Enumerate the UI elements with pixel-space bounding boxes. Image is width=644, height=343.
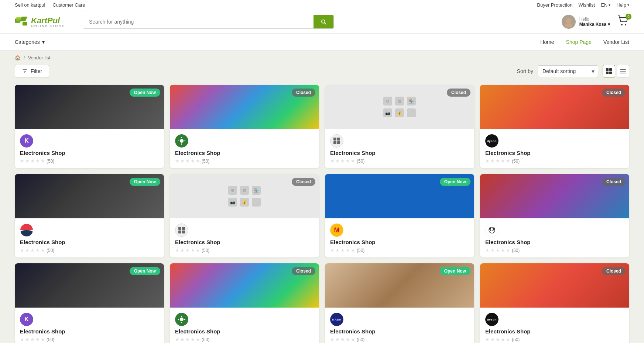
card-body: dyson Electronics Shop ★★★★★ (50): [480, 129, 629, 168]
svg-rect-26: [337, 141, 340, 144]
categories-dropdown[interactable]: Categories ▾: [15, 39, 45, 45]
list-view-button[interactable]: [617, 65, 629, 77]
svg-rect-25: [333, 141, 336, 144]
vendor-card[interactable]: Closed dyson Electronics Shop ★★★★★ (50): [480, 263, 629, 343]
card-image: Open Now: [15, 174, 164, 218]
star-icon: ★: [41, 337, 45, 342]
svg-rect-27: [178, 227, 181, 230]
vendor-card[interactable]: Closed Electronics Shop ★★★★★ (50): [170, 85, 319, 168]
vendor-card[interactable]: Open Now K Electronics Shop ★★★★★ (50): [15, 263, 164, 343]
star-rating: ★★★★★: [20, 158, 45, 164]
search-button[interactable]: [314, 15, 333, 28]
card-image: Closed: [170, 85, 319, 129]
star-icon: ★: [335, 337, 340, 342]
breadcrumb-home-icon[interactable]: 🏠: [15, 55, 21, 60]
lang-dropdown[interactable]: EN ▾: [601, 2, 610, 8]
card-image: ⚙ 🗑 🏪 📷 💰 Closed: [170, 174, 319, 218]
star-icon: ★: [196, 337, 200, 342]
vendor-card[interactable]: Closed Electronics Shop ★★★★★ (50): [170, 263, 319, 343]
vendor-logo: [175, 313, 188, 326]
review-count: (50): [202, 248, 209, 253]
star-icon: ★: [35, 247, 40, 253]
vendor-card[interactable]: ⚙ 🗑 🏪 📷 💰 Closed Electronics Shop ★★★★★ …: [325, 85, 474, 168]
user-chevron-icon: ▾: [608, 22, 610, 27]
card-image: Open Now: [15, 263, 164, 308]
vendor-card[interactable]: ⚙ 🗑 🏪 📷 💰 Closed Electronics Shop ★★★★★ …: [170, 174, 319, 257]
vendor-name: Electronics Shop: [330, 150, 469, 156]
sell-link[interactable]: Sell on kartpul: [15, 2, 45, 8]
vendor-name: Electronics Shop: [485, 328, 624, 335]
card-image: Closed: [480, 85, 629, 129]
nav-home[interactable]: Home: [540, 39, 554, 45]
filter-button[interactable]: Filter: [15, 65, 49, 77]
star-icon: ★: [340, 247, 345, 253]
star-icon: ★: [175, 337, 179, 342]
vendor-logo: [175, 224, 188, 237]
svg-rect-30: [182, 231, 185, 233]
grid-icon: [606, 68, 612, 74]
vendor-card[interactable]: Open Now K Electronics Shop ★★★★★ (50): [15, 85, 164, 168]
vendor-card[interactable]: Open Now Electronics Shop ★★★★★ (50): [15, 174, 164, 257]
card-body: K Electronics Shop ★★★★★ (50): [15, 308, 164, 343]
star-icon: ★: [506, 337, 510, 342]
user-menu[interactable]: Hello Manika Kosa ▾: [562, 15, 610, 29]
vendor-card[interactable]: Closed dyson Electronics Shop ★★★★★ (50): [480, 85, 629, 168]
card-body: M Electronics Shop ★★★★★ (50): [325, 218, 474, 257]
vendor-card[interactable]: Open Now M Electronics Shop ★★★★★ (50): [325, 174, 474, 257]
star-rating: ★★★★★: [485, 158, 510, 164]
svg-point-34: [490, 230, 491, 231]
customer-care-link[interactable]: Customer Care: [52, 2, 85, 8]
status-badge: Closed: [602, 89, 626, 97]
view-buttons: [603, 65, 629, 77]
star-icon: ★: [335, 247, 340, 253]
review-count: (50): [47, 248, 54, 253]
star-icon: ★: [351, 247, 355, 253]
buyer-protection-link[interactable]: Buyer Protection: [537, 2, 572, 8]
star-rating: ★★★★★: [20, 247, 45, 253]
star-rating: ★★★★★: [20, 337, 45, 342]
card-image: Closed: [170, 263, 319, 308]
vendor-logo: [330, 134, 343, 148]
wishlist-link[interactable]: Wishlist: [578, 2, 595, 8]
vendor-card[interactable]: Closed Electronics Shop ★★★★★ (50): [480, 174, 629, 257]
card-rating: ★★★★★ (50): [20, 337, 159, 342]
star-icon: ★: [340, 158, 345, 164]
star-icon: ★: [191, 247, 195, 253]
svg-rect-24: [337, 138, 340, 141]
vendor-name: Electronics Shop: [330, 239, 469, 245]
vendor-logo: K: [20, 134, 33, 148]
vendor-name: Electronics Shop: [20, 328, 159, 335]
svg-rect-23: [333, 138, 336, 141]
card-logo-row: [485, 224, 624, 237]
header-right: Hello Manika Kosa ▾ 0: [562, 15, 629, 29]
search-input[interactable]: [83, 15, 314, 28]
categories-chevron-icon: ▾: [42, 39, 45, 45]
status-badge: Closed: [602, 267, 626, 275]
review-count: (50): [202, 159, 209, 164]
card-logo-row: [20, 224, 159, 237]
star-icon: ★: [41, 247, 45, 253]
card-body: K Electronics Shop ★★★★★ (50): [15, 129, 164, 168]
star-icon: ★: [20, 158, 24, 164]
star-icon: ★: [346, 158, 350, 164]
cart-button[interactable]: 0: [617, 15, 629, 28]
logo[interactable]: KartPul ONLINE STORE: [15, 16, 74, 28]
star-rating: ★★★★★: [330, 337, 355, 342]
star-icon: ★: [185, 247, 190, 253]
grid-view-button[interactable]: [603, 65, 615, 77]
vendor-logo: NASA: [330, 313, 343, 326]
svg-rect-13: [606, 72, 609, 74]
help-dropdown[interactable]: Help ▾: [616, 2, 629, 8]
avatar-icon: [563, 16, 574, 27]
star-icon: ★: [346, 247, 350, 253]
vendor-card[interactable]: Open Now NASA Electronics Shop ★★★★★ (50…: [325, 263, 474, 343]
star-icon: ★: [490, 337, 495, 342]
logo-text: KartPul ONLINE STORE: [31, 16, 65, 28]
sort-select[interactable]: Default sorting Price: Low to High Price…: [538, 65, 598, 77]
card-logo-row: dyson: [485, 313, 624, 326]
svg-point-35: [493, 230, 494, 231]
card-logo-row: K: [20, 134, 159, 148]
nav-shop-page[interactable]: Shop Page: [566, 39, 592, 45]
nav-vendor-list[interactable]: Vendor List: [603, 39, 629, 45]
star-icon: ★: [485, 337, 490, 342]
